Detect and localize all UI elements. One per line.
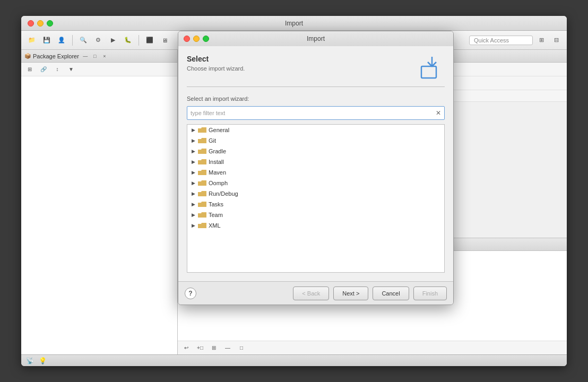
tree-item-tasks[interactable]: ▶ Tasks bbox=[187, 199, 444, 210]
tree-arrow-general: ▶ bbox=[189, 126, 197, 134]
toolbar-perspective-btn[interactable]: ⊞ bbox=[535, 34, 548, 47]
folder-icon-oomph bbox=[198, 179, 206, 187]
import-wizard-icon-svg bbox=[420, 56, 444, 79]
quick-access-box[interactable]: Quick Access bbox=[469, 36, 533, 45]
ide-window: Import 📁 💾 👤 🔍 ⚙ ▶ 🐛 ⬛ 🖥 Quick Access ⊞ … bbox=[21, 16, 567, 366]
outline-back-btn[interactable]: ↩ bbox=[180, 342, 193, 354]
tree-item-rundebug[interactable]: ▶ Run/Debug bbox=[187, 188, 444, 199]
toolbar-config-btn[interactable]: ⚙ bbox=[92, 34, 105, 47]
pe-menu-btn[interactable]: ▼ bbox=[65, 63, 77, 76]
status-bar: 📡 💡 bbox=[21, 354, 567, 366]
minimize-traffic-light[interactable] bbox=[37, 20, 44, 27]
tree-item-team[interactable]: ▶ Team bbox=[187, 210, 444, 220]
cancel-button[interactable]: Cancel bbox=[373, 286, 409, 300]
toolbar-save-btn[interactable]: 💾 bbox=[40, 34, 53, 47]
dialog-title-label: Import bbox=[307, 35, 325, 42]
tree-item-oomph[interactable]: ▶ Oomph bbox=[187, 178, 444, 188]
dialog-close-btn[interactable] bbox=[184, 36, 190, 42]
package-explorer-title: Package Explorer bbox=[33, 53, 79, 59]
package-explorer-icon: 📦 bbox=[24, 53, 31, 59]
tree-label-oomph: Oomph bbox=[209, 180, 228, 186]
finish-button[interactable]: Finish bbox=[413, 286, 447, 300]
tree-label-maven: Maven bbox=[209, 169, 226, 176]
rss-icon: 📡 bbox=[25, 357, 34, 365]
folder-icon-tasks bbox=[198, 201, 206, 208]
ide-titlebar: Import bbox=[21, 16, 567, 31]
folder-icon-team bbox=[198, 211, 206, 219]
tree-item-xml[interactable]: ▶ XML bbox=[187, 220, 444, 231]
ide-title: Import bbox=[285, 20, 303, 27]
tree-item-gradle[interactable]: ▶ Gradle bbox=[187, 146, 444, 157]
pe-collapse-btn[interactable]: ⊞ bbox=[23, 63, 36, 76]
dialog-zoom-btn[interactable] bbox=[203, 36, 209, 42]
outline-minimize-toolbar-btn[interactable]: — bbox=[221, 342, 234, 354]
dialog-buttons: < Back Next > Cancel Finish bbox=[293, 286, 447, 300]
pe-link-btn[interactable]: 🔗 bbox=[37, 63, 50, 76]
tree-label-gradle: Gradle bbox=[209, 148, 226, 154]
dialog-header-section: Select Choose import wizard. bbox=[187, 55, 445, 87]
toolbar-file-btn[interactable]: 📁 bbox=[25, 34, 38, 47]
svg-rect-0 bbox=[421, 66, 436, 78]
close-traffic-light[interactable] bbox=[28, 20, 34, 27]
toolbar-sep-2 bbox=[139, 35, 139, 46]
filter-input[interactable] bbox=[187, 106, 445, 120]
dialog-body: Select Choose import wizard. Select an i… bbox=[178, 46, 453, 281]
tree-item-git[interactable]: ▶ Git bbox=[187, 135, 444, 146]
toolbar-debug-btn[interactable]: 🐛 bbox=[122, 34, 134, 47]
tree-item-general[interactable]: ▶ General bbox=[187, 125, 444, 135]
tree-label-git: Git bbox=[209, 137, 216, 144]
toolbar-window-btn[interactable]: 🖥 bbox=[158, 34, 171, 47]
filter-clear-btn[interactable]: ✕ bbox=[434, 109, 443, 117]
toolbar-layout-btn[interactable]: ⊟ bbox=[550, 34, 563, 47]
tree-arrow-tasks: ▶ bbox=[189, 201, 197, 208]
help-button[interactable]: ? bbox=[185, 288, 196, 299]
package-explorer-content bbox=[21, 76, 177, 354]
outline-filter-btn[interactable]: ⊞ bbox=[207, 342, 220, 354]
dialog-footer: ? < Back Next > Cancel Finish bbox=[178, 281, 453, 305]
tree-arrow-team: ▶ bbox=[189, 211, 197, 219]
pe-sync-btn[interactable]: ↕ bbox=[51, 63, 64, 76]
tree-item-maven[interactable]: ▶ Maven bbox=[187, 167, 444, 178]
dialog-wizard-icon bbox=[419, 55, 445, 80]
tree-arrow-install: ▶ bbox=[189, 158, 197, 166]
panel-close-btn[interactable]: × bbox=[100, 52, 109, 60]
tree-item-install[interactable]: ▶ Install bbox=[187, 157, 444, 167]
folder-icon-rundebug bbox=[198, 190, 206, 197]
panel-minimize-btn[interactable]: — bbox=[81, 52, 90, 60]
dialog-subtitle: Choose import wizard. bbox=[187, 65, 245, 72]
toolbar-extra-btn[interactable]: ⬛ bbox=[143, 34, 156, 47]
package-explorer-toolbar: ⊞ 🔗 ↕ ▼ bbox=[21, 63, 177, 76]
tree-arrow-oomph: ▶ bbox=[189, 179, 197, 187]
tree-label-tasks: Tasks bbox=[209, 201, 223, 207]
wizard-tree[interactable]: ▶ General ▶ bbox=[187, 124, 445, 273]
back-button[interactable]: < Back bbox=[293, 286, 329, 300]
toolbar-sep-1 bbox=[72, 35, 73, 46]
tree-arrow-gradle: ▶ bbox=[189, 147, 197, 155]
folder-icon-gradle bbox=[198, 147, 206, 155]
outline-maximize-toolbar-btn[interactable]: □ bbox=[235, 342, 248, 354]
tree-label-general: General bbox=[209, 127, 229, 133]
dialog-header-text: Select Choose import wizard. bbox=[187, 55, 245, 72]
wizard-filter-label: Select an import wizard: bbox=[187, 96, 445, 102]
toolbar-user-btn[interactable]: 👤 bbox=[55, 34, 68, 47]
next-button[interactable]: Next > bbox=[333, 286, 368, 300]
tree-arrow-xml: ▶ bbox=[189, 222, 197, 229]
dialog-titlebar: Import bbox=[178, 31, 453, 46]
lightbulb-icon: 💡 bbox=[38, 357, 47, 365]
tree-arrow-git: ▶ bbox=[189, 137, 197, 144]
toolbar-run-btn[interactable]: ▶ bbox=[107, 34, 119, 47]
import-dialog: Import Select Choose import wizard. bbox=[178, 31, 454, 305]
folder-icon-xml bbox=[198, 222, 206, 229]
dialog-traffic-lights bbox=[184, 36, 209, 42]
dialog-minimize-btn[interactable] bbox=[193, 36, 200, 42]
maximize-traffic-light[interactable] bbox=[47, 20, 53, 27]
panel-maximize-btn[interactable]: □ bbox=[91, 52, 99, 60]
folder-icon-install bbox=[198, 158, 206, 166]
toolbar-search-btn[interactable]: 🔍 bbox=[77, 34, 90, 47]
dialog-heading: Select bbox=[187, 55, 245, 63]
outline-new-btn[interactable]: +□ bbox=[194, 342, 206, 354]
filter-input-container: ✕ bbox=[187, 106, 445, 120]
folder-icon-general bbox=[198, 126, 206, 134]
outline-toolbar: ↩ +□ ⊞ — □ bbox=[178, 341, 567, 354]
folder-icon-git bbox=[198, 137, 206, 144]
